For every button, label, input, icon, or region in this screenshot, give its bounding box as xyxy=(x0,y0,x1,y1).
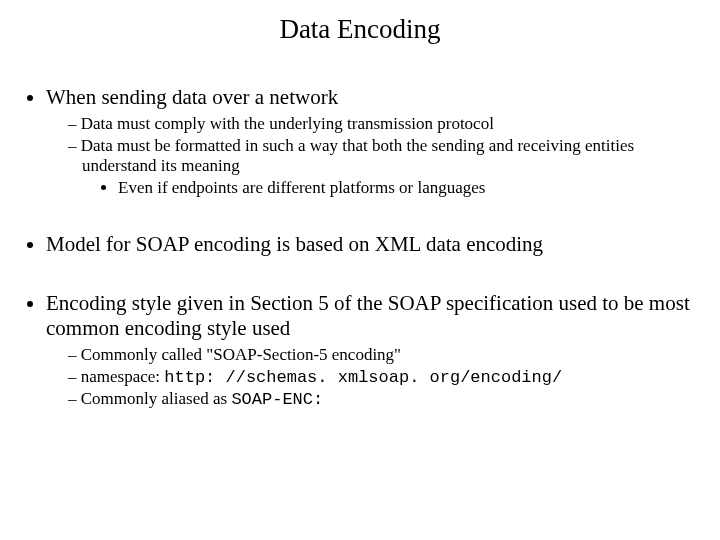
bullet-3-sub-3-label: Commonly aliased as xyxy=(81,389,232,408)
bullet-1-sublist: Data must comply with the underlying tra… xyxy=(46,114,702,198)
bullet-3-sub-2: namespace: http: //schemas. xmlsoap. org… xyxy=(68,367,702,387)
bullet-3: Encoding style given in Section 5 of the… xyxy=(46,291,702,409)
bullet-3-text: Encoding style given in Section 5 of the… xyxy=(46,291,690,340)
slide-title: Data Encoding xyxy=(18,14,702,45)
bullet-1-sub-2-text: Data must be formatted in such a way tha… xyxy=(81,136,634,175)
bullet-1-sub-1: Data must comply with the underlying tra… xyxy=(68,114,702,134)
bullet-3-sub-2-code: http: //schemas. xmlsoap. org/encoding/ xyxy=(164,368,562,387)
bullet-1-sub-2: Data must be formatted in such a way tha… xyxy=(68,136,702,198)
bullet-2: Model for SOAP encoding is based on XML … xyxy=(46,232,702,257)
bullet-3-sub-2-label: namespace: xyxy=(81,367,165,386)
slide: Data Encoding When sending data over a n… xyxy=(0,0,720,540)
bullet-1-sub-2-sublist: Even if endpoints are different platform… xyxy=(82,178,702,198)
bullet-3-sub-3: Commonly aliased as SOAP-ENC: xyxy=(68,389,702,409)
bullet-list: When sending data over a network Data mu… xyxy=(18,85,702,409)
bullet-3-sub-3-code: SOAP-ENC: xyxy=(231,390,323,409)
bullet-2-text: Model for SOAP encoding is based on XML … xyxy=(46,232,543,256)
bullet-3-sublist: Commonly called "SOAP-Section-5 encoding… xyxy=(46,345,702,409)
bullet-3-sub-1: Commonly called "SOAP-Section-5 encoding… xyxy=(68,345,702,365)
bullet-1-text: When sending data over a network xyxy=(46,85,338,109)
bullet-1-sub-2-sub-1: Even if endpoints are different platform… xyxy=(118,178,702,198)
bullet-1: When sending data over a network Data mu… xyxy=(46,85,702,198)
